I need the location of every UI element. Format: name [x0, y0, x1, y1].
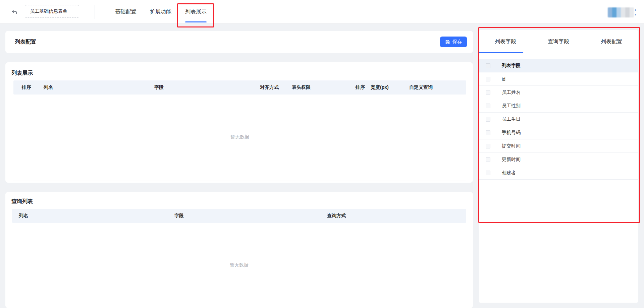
field-row-creator[interactable]: 创建者 — [479, 166, 638, 180]
field-checkbox[interactable] — [486, 157, 490, 162]
tab-list-display[interactable]: 列表展示 — [185, 0, 207, 23]
field-row-employee-birthday[interactable]: 员工生日 — [479, 113, 638, 126]
field-checkbox[interactable] — [486, 144, 490, 148]
field-row-update-time[interactable]: 更新时间 — [479, 153, 638, 166]
back-button[interactable] — [10, 8, 18, 15]
column-header-query-mode: 查询方式 — [320, 213, 466, 219]
field-row-id[interactable]: id — [479, 72, 638, 86]
avatar[interactable] — [608, 7, 634, 17]
list-display-section: 列表展示 排序 列名 字段 对齐方式 表头权限 排序 宽度(px) 自定义查询 … — [5, 62, 473, 183]
panel-tabs: 列表字段 查询字段 列表配置 — [479, 30, 638, 53]
field-checkbox[interactable] — [486, 90, 490, 95]
tab-basic-config[interactable]: 基础配置 — [115, 0, 137, 23]
field-label: 员工生日 — [502, 113, 521, 126]
query-list-section: 查询列表 列名 字段 查询方式 暂无数据 — [5, 192, 473, 308]
column-header-name: 列名 — [44, 84, 154, 90]
field-row-submit-time[interactable]: 提交时间 — [479, 139, 638, 153]
column-header-permission: 表头权限 — [292, 84, 356, 90]
column-header-align: 对齐方式 — [260, 84, 292, 90]
field-label: id — [502, 72, 505, 85]
tab-extended-features[interactable]: 扩展功能 — [150, 0, 171, 23]
field-row-phone-number[interactable]: 手机号码 — [479, 126, 638, 139]
column-header-sort: 排序 — [13, 84, 44, 90]
save-button[interactable]: 保存 — [440, 37, 467, 47]
avatar-caret-icon — [635, 9, 637, 15]
list-display-title: 列表展示 — [11, 70, 33, 77]
query-table-header: 列名 字段 查询方式 — [12, 209, 466, 223]
form-name-input[interactable] — [25, 5, 79, 18]
column-header-name: 列名 — [12, 213, 168, 219]
field-row-employee-gender[interactable]: 员工性别 — [479, 99, 638, 113]
field-label: 员工性别 — [502, 99, 521, 112]
save-icon — [445, 40, 450, 45]
select-all-checkbox[interactable] — [486, 63, 490, 68]
field-row-employee-name[interactable]: 员工姓名 — [479, 86, 638, 99]
panel-tab-list-config[interactable]: 列表配置 — [585, 30, 638, 53]
panel-tab-list-fields[interactable]: 列表字段 — [479, 30, 532, 53]
top-bar: 基础配置 扩展功能 列表展示 — [0, 0, 644, 23]
column-header-width: 宽度(px) — [371, 84, 409, 90]
column-header-field: 字段 — [168, 213, 320, 219]
field-checkbox[interactable] — [486, 171, 490, 175]
save-button-label: 保存 — [452, 39, 462, 45]
column-header-field: 字段 — [154, 84, 260, 90]
panel-active-tab-underline — [479, 52, 523, 53]
field-checkbox[interactable] — [486, 130, 490, 135]
field-checkbox[interactable] — [486, 104, 490, 108]
field-label: 创建者 — [502, 166, 516, 179]
field-checkbox[interactable] — [486, 77, 490, 81]
field-list: 列表字段 id 员工姓名 员工性别 员工生日 手机号码 — [479, 59, 638, 180]
list-config-toolbar: 列表配置 保存 — [5, 31, 473, 53]
back-arrow-icon — [11, 9, 18, 15]
panel-tab-query-fields[interactable]: 查询字段 — [532, 30, 585, 53]
field-list-header-label: 列表字段 — [502, 59, 521, 72]
field-checkbox[interactable] — [486, 117, 490, 122]
field-config-panel: 列表字段 查询字段 列表配置 列表字段 id 员工姓名 员工性别 — [479, 30, 638, 303]
column-header-order: 排序 — [356, 84, 371, 90]
table-bottom-border — [13, 181, 466, 181]
query-list-title: 查询列表 — [11, 198, 33, 205]
query-table-empty-state: 暂无数据 — [12, 262, 466, 268]
field-list-header-row: 列表字段 — [479, 59, 638, 72]
field-label: 更新时间 — [502, 153, 521, 166]
page-title: 列表配置 — [15, 39, 36, 46]
field-label: 提交时间 — [502, 139, 521, 152]
active-tab-underline — [185, 21, 207, 22]
column-header-custom-query: 自定义查询 — [409, 84, 466, 90]
field-label: 员工姓名 — [502, 86, 521, 99]
list-table-empty-state: 暂无数据 — [13, 134, 466, 140]
header-divider — [95, 5, 95, 19]
field-label: 手机号码 — [502, 126, 521, 139]
list-table-header: 排序 列名 字段 对齐方式 表头权限 排序 宽度(px) 自定义查询 — [13, 80, 466, 95]
page: 基础配置 扩展功能 列表展示 列表配置 保存 列表展示 排序 — [0, 0, 644, 308]
